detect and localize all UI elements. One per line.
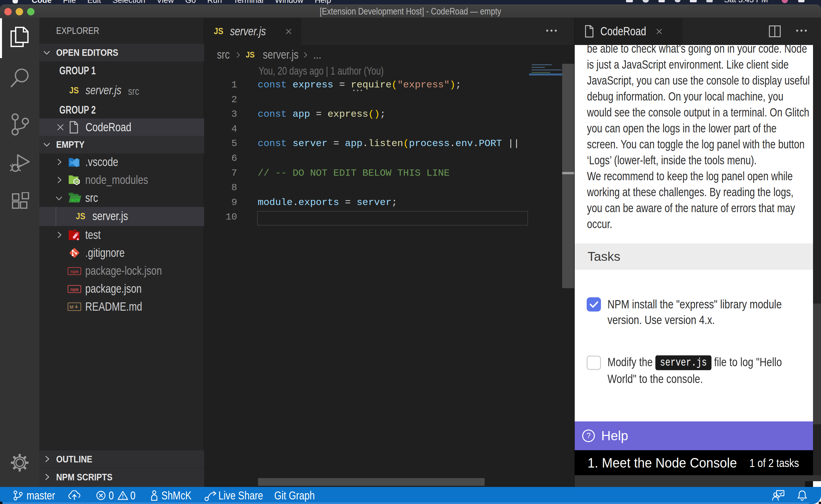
svg-text:M: M bbox=[70, 304, 73, 310]
svg-text:</>: </> bbox=[71, 198, 80, 203]
svg-text:npm: npm bbox=[70, 269, 79, 274]
svg-text:?: ? bbox=[586, 431, 591, 440]
svg-text:JS: JS bbox=[75, 180, 78, 183]
svg-text:npm: npm bbox=[70, 287, 79, 292]
